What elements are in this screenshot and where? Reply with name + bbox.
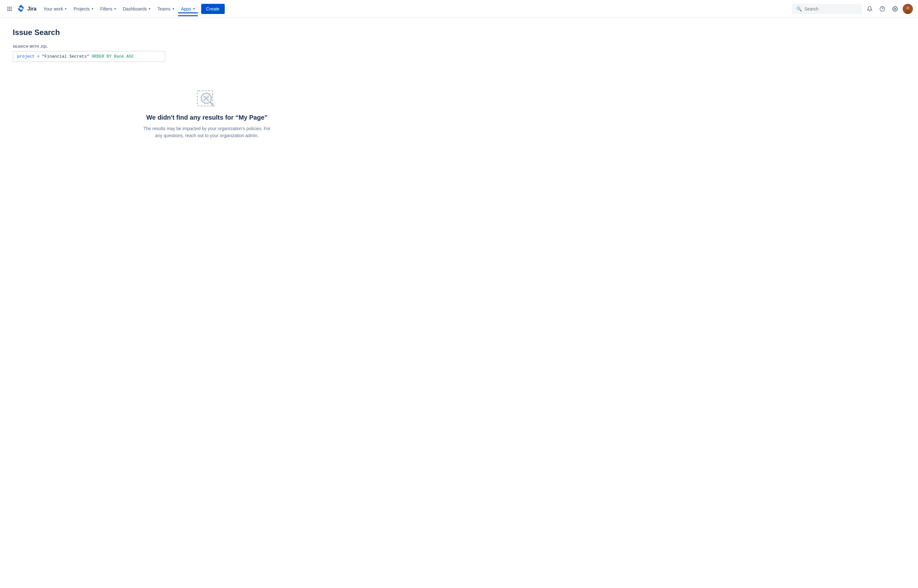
jql-section-label: SEARCH WITH JQL (13, 45, 401, 48)
svg-rect-3 (7, 8, 8, 9)
teams-chevron: ▾ (173, 7, 174, 11)
svg-rect-6 (7, 10, 8, 11)
page-title: Issue Search (13, 28, 401, 37)
your-work-chevron: ▾ (65, 7, 66, 11)
avatar[interactable] (903, 4, 913, 14)
navbar: Jira Your work ▾ Projects ▾ Filters ▾ Da… (0, 0, 918, 18)
svg-point-11 (894, 8, 896, 10)
projects-nav-item[interactable]: Projects ▾ (70, 5, 97, 13)
empty-state-title: We didn't find any results for “My Page” (146, 114, 267, 121)
jira-logo[interactable]: Jira (16, 5, 36, 13)
settings-button[interactable] (890, 4, 900, 14)
search-bar[interactable]: 🔍 (792, 4, 862, 14)
your-work-nav-wrapper: Your work ▾ (40, 5, 70, 13)
filters-nav-item[interactable]: Filters ▾ (97, 5, 119, 13)
jql-equals: = (35, 54, 42, 59)
jql-input-container[interactable]: project = "Financial Secrets" ORDER BY R… (13, 51, 165, 62)
navbar-left: Jira (5, 5, 39, 13)
grid-icon[interactable] (5, 5, 14, 13)
teams-nav-item[interactable]: Teams ▾ (154, 5, 177, 13)
apps-nav-wrapper: Apps ▾ (178, 5, 198, 13)
svg-rect-8 (11, 10, 12, 11)
main-content: Issue Search SEARCH WITH JQL project = "… (0, 18, 414, 150)
create-button[interactable]: Create (201, 4, 225, 14)
dashboards-chevron: ▾ (149, 7, 150, 11)
search-input[interactable] (804, 6, 858, 11)
svg-rect-7 (9, 10, 10, 11)
svg-rect-2 (11, 7, 12, 8)
projects-chevron: ▾ (92, 7, 93, 11)
svg-point-14 (905, 10, 911, 14)
search-icon: 🔍 (797, 6, 802, 11)
svg-rect-4 (9, 8, 10, 9)
jql-keyword-project: project (17, 54, 35, 59)
svg-point-13 (906, 6, 909, 10)
your-work-nav-item[interactable]: Your work ▾ (40, 5, 70, 13)
projects-nav-wrapper: Projects ▾ (70, 5, 97, 13)
help-button[interactable] (877, 4, 887, 14)
jql-order-by: ORDER BY Rank ASC (92, 54, 134, 59)
navbar-nav: Your work ▾ Projects ▾ Filters ▾ Dashboa… (40, 4, 791, 14)
teams-nav-wrapper: Teams ▾ (154, 5, 177, 13)
empty-state-icon (194, 87, 220, 114)
jira-logo-text: Jira (27, 6, 36, 12)
jql-string-value: "Financial Secrets" (42, 54, 89, 59)
apps-chevron: ▾ (193, 7, 195, 11)
jql-section: SEARCH WITH JQL project = "Financial Sec… (13, 45, 401, 62)
svg-rect-1 (9, 7, 10, 8)
dashboards-nav-wrapper: Dashboards ▾ (120, 5, 154, 13)
filters-chevron: ▾ (114, 7, 116, 11)
svg-rect-5 (11, 8, 12, 9)
svg-line-19 (210, 102, 214, 106)
dashboards-nav-item[interactable]: Dashboards ▾ (120, 5, 154, 13)
notifications-button[interactable] (865, 4, 875, 14)
svg-rect-0 (7, 7, 8, 8)
filters-nav-wrapper: Filters ▾ (97, 5, 119, 13)
empty-state: We didn't find any results for “My Page”… (13, 87, 401, 139)
jql-space (89, 54, 92, 59)
empty-state-description: The results may be impacted by your orga… (143, 125, 271, 139)
apps-nav-item[interactable]: Apps ▾ (178, 5, 198, 13)
navbar-right: 🔍 (792, 4, 913, 14)
